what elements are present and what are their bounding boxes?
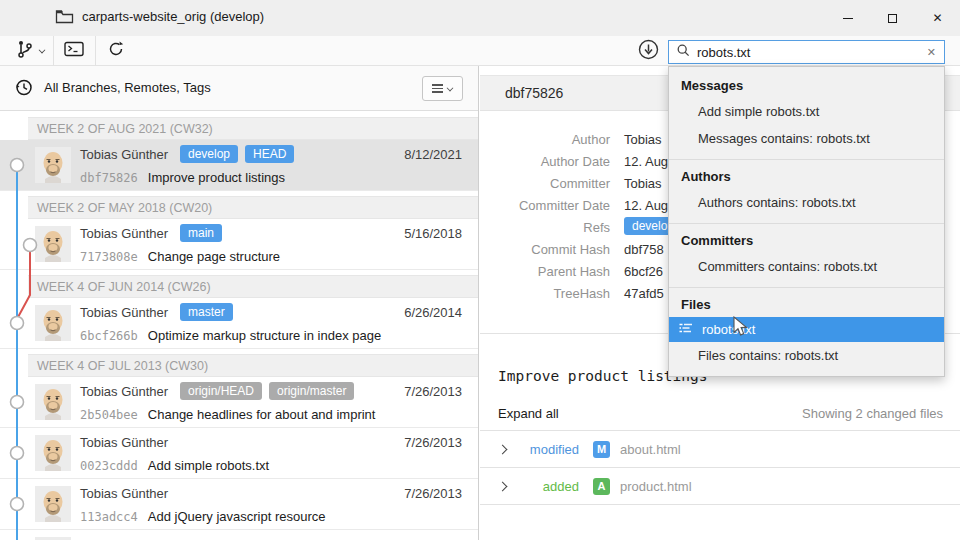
branches-bar: All Branches, Remotes, Tags	[0, 66, 478, 111]
changed-file-row[interactable]: added A product.html	[480, 468, 960, 504]
commit-details-title: dbf75826	[505, 85, 563, 101]
fetch-button[interactable]	[634, 36, 662, 66]
folder-icon	[55, 9, 74, 28]
commit-row[interactable]: Tobias Günther 7/26/2013 0023cdddAdd sim…	[0, 428, 478, 479]
commit-date: 5/16/2018	[404, 226, 462, 241]
avatar	[35, 147, 71, 183]
commit-author: Tobias Günther	[80, 147, 168, 162]
search-input[interactable]: robots.txt ✕	[668, 40, 945, 64]
section-title: Files	[669, 290, 944, 317]
suggestion-item[interactable]: Messages contains: robots.txt	[669, 125, 944, 152]
remote-badge[interactable]: origin/master	[269, 382, 354, 400]
section-title: Committers	[669, 226, 944, 253]
week-header: WEEK 2 OF MAY 2018 (CW20)	[28, 196, 478, 219]
clear-search-icon[interactable]: ✕	[927, 46, 936, 59]
commit-row[interactable]: Tobias Günther 7/26/2013 113adcc4Add jQu…	[0, 479, 478, 530]
suggestions-section-files: Files robots.txt Files contains: robots.…	[669, 287, 944, 376]
commit-date: 7/26/2013	[404, 384, 462, 399]
row-divider	[480, 504, 960, 505]
close-button[interactable]: ✕	[915, 0, 960, 36]
suggestion-item[interactable]: Authors contains: robots.txt	[669, 189, 944, 216]
chevron-right-icon[interactable]	[498, 444, 508, 454]
added-badge: A	[593, 478, 610, 495]
detail-value: 12. Aug	[624, 154, 668, 169]
week-header: WEEK 2 OF AUG 2021 (CW32)	[28, 117, 478, 140]
commit-row[interactable]: Tobias Günther master 6/26/2014 6bcf266b…	[0, 298, 478, 349]
detail-value: 12. Aug	[624, 198, 668, 213]
commit-row[interactable]: Tobias Günther 7/26/2013	[0, 530, 478, 540]
file-status: added	[515, 479, 579, 494]
commit-list: WEEK 2 OF AUG 2021 (CW32) WEEK 2 OF MAY …	[0, 111, 478, 540]
app-window: carparts-website_orig (develop) ✕ robots…	[0, 0, 960, 540]
commit-author: Tobias Günther	[80, 486, 168, 501]
detail-label: Commit Hash	[480, 242, 610, 257]
refresh-icon	[107, 40, 125, 62]
expand-all-button[interactable]: Expand all	[498, 406, 559, 421]
chevron-down-icon	[447, 84, 454, 91]
maximize-button[interactable]	[870, 0, 915, 36]
minimize-button[interactable]	[825, 0, 870, 36]
chevron-right-icon[interactable]	[498, 481, 508, 491]
detail-label: TreeHash	[480, 286, 610, 301]
file-name: product.html	[620, 479, 692, 494]
detail-label: Author Date	[480, 154, 610, 169]
commit-hash: 0023cddd	[80, 459, 138, 473]
search-suggestions-dropdown: Messages Add simple robots.txt Messages …	[668, 66, 945, 377]
file-lines-icon	[678, 321, 693, 338]
commit-row[interactable]: Tobias Günther main 5/16/2018 7173808eCh…	[0, 219, 478, 270]
branch-menu-icon	[16, 39, 34, 63]
commit-date: 6/26/2014	[404, 305, 462, 320]
title-bar: carparts-website_orig (develop) ✕	[0, 0, 960, 36]
branch-menu-button[interactable]	[8, 36, 52, 66]
detail-value: Tobias	[624, 176, 662, 191]
detail-label: Author	[480, 132, 610, 147]
branch-badge[interactable]: master	[180, 303, 233, 321]
changed-file-row[interactable]: modified M about.html	[480, 431, 960, 467]
avatar	[35, 226, 71, 262]
suggestion-item[interactable]: Committers contains: robots.txt	[669, 253, 944, 280]
list-filter-button[interactable]	[422, 76, 463, 101]
branch-badge[interactable]: develop	[180, 145, 238, 163]
commit-message: Add jQuery javascript resource	[148, 509, 326, 524]
section-title: Messages	[669, 71, 944, 98]
list-filter-icon	[432, 84, 443, 92]
suggestion-item-selected[interactable]: robots.txt	[669, 317, 944, 342]
remote-badge[interactable]: origin/HEAD	[180, 382, 262, 400]
commit-message: Add simple robots.txt	[148, 458, 269, 473]
commit-hash: dbf75826	[80, 171, 138, 185]
suggestion-item[interactable]: Files contains: robots.txt	[669, 342, 944, 369]
commit-row[interactable]: Tobias Günther develop HEAD 8/12/2021 db…	[0, 140, 478, 191]
file-status: modified	[515, 442, 579, 457]
search-query-text: robots.txt	[697, 45, 920, 60]
commit-hash: 2b504bee	[80, 408, 138, 422]
detail-label: Committer Date	[480, 198, 610, 213]
commit-row[interactable]: Tobias Günther origin/HEAD origin/master…	[0, 377, 478, 428]
modified-badge: M	[593, 441, 610, 458]
terminal-button[interactable]	[54, 36, 94, 66]
detail-value: Tobias	[624, 132, 662, 147]
commit-message: Improve product listings	[148, 170, 285, 185]
suggestion-item[interactable]: Add simple robots.txt	[669, 98, 944, 125]
branch-badge[interactable]: main	[180, 224, 222, 242]
commit-author: Tobias Günther	[80, 226, 168, 241]
avatar	[35, 435, 71, 471]
changed-files-count: Showing 2 changed files	[802, 406, 943, 421]
detail-label: Refs	[480, 220, 610, 235]
avatar	[35, 486, 71, 522]
detail-value: dbf758	[624, 242, 664, 257]
branches-filter-label: All Branches, Remotes, Tags	[44, 80, 211, 95]
commit-list-panel: All Branches, Remotes, Tags WEEK 2 OF AU…	[0, 66, 479, 540]
fetch-icon	[638, 39, 659, 64]
commit-date: 7/26/2013	[404, 486, 462, 501]
search-icon	[677, 43, 690, 61]
avatar	[35, 305, 71, 341]
refresh-button[interactable]	[96, 36, 136, 66]
week-header: WEEK 4 OF JUN 2014 (CW26)	[28, 275, 478, 298]
detail-value: 47afd5	[624, 286, 664, 301]
commit-hash: 6bcf266b	[80, 329, 138, 343]
commit-author: Tobias Günther	[80, 384, 168, 399]
commit-author: Tobias Günther	[80, 435, 168, 450]
avatar	[35, 384, 71, 420]
commit-message: Optimize markup structure in index page	[148, 328, 381, 343]
head-badge[interactable]: HEAD	[245, 145, 294, 163]
